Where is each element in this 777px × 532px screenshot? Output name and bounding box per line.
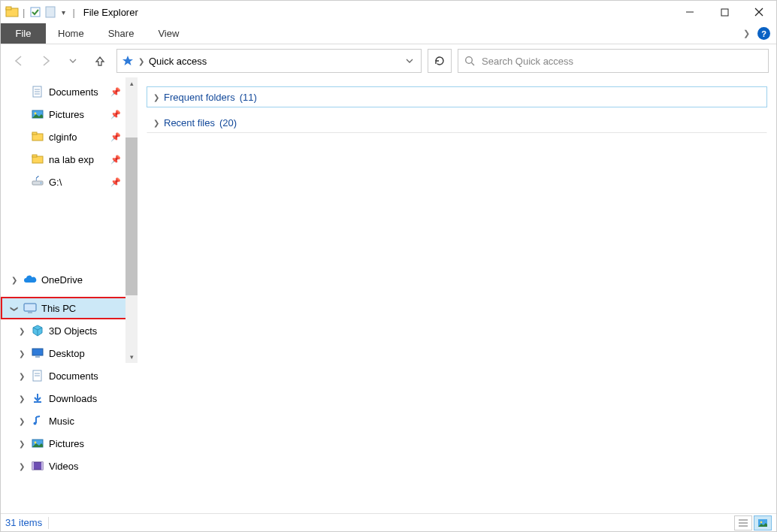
pc-child-node[interactable]: ❯Music [1, 410, 138, 432]
quick-access-item[interactable]: clginfo📌 [1, 125, 138, 148]
expand-icon[interactable]: ❯ [17, 417, 26, 425]
qat-newfolder-icon[interactable] [44, 5, 57, 19]
svg-point-22 [41, 183, 42, 184]
svg-rect-20 [32, 155, 37, 157]
scroll-thumb[interactable] [125, 138, 138, 295]
pictures-icon [31, 437, 44, 450]
tree-label: na lab exp [49, 154, 94, 165]
expand-icon[interactable]: ❯ [17, 394, 26, 403]
address-location[interactable]: Quick access [149, 56, 207, 67]
ribbon-tabs: File Home Share View ❯ ? [1, 23, 776, 44]
pc-child-node[interactable]: ❯Videos [1, 455, 138, 477]
svg-rect-24 [24, 304, 36, 311]
svg-rect-25 [28, 312, 32, 313]
pin-icon: 📌 [110, 132, 121, 142]
frequent-folders-group[interactable]: ❯ Frequent folders (11) [147, 86, 767, 107]
refresh-button[interactable] [428, 49, 452, 73]
separator: | [72, 7, 74, 18]
svg-rect-35 [32, 462, 43, 470]
svg-rect-5 [721, 9, 728, 16]
tree-label: Desktop [49, 348, 85, 359]
forward-button[interactable] [35, 50, 56, 71]
app-icon [5, 5, 19, 19]
group-count: (20) [219, 117, 237, 128]
folder-icon [31, 153, 44, 166]
home-tab[interactable]: Home [46, 23, 96, 44]
pc-child-node[interactable]: ❯Downloads [1, 387, 138, 410]
tree-label: OneDrive [41, 274, 83, 286]
close-button[interactable] [742, 1, 776, 23]
svg-point-34 [35, 442, 37, 444]
title-bar: | ▾ | File Explorer [1, 1, 776, 23]
tree-label: Videos [49, 461, 79, 472]
expand-icon[interactable]: ❯ [17, 440, 26, 448]
pin-icon: 📌 [110, 155, 121, 165]
quick-access-item[interactable]: na lab exp📌 [1, 148, 138, 171]
quick-access-item[interactable]: Documents📌 [1, 80, 138, 103]
tree-label: Pictures [49, 438, 84, 449]
documents-icon [31, 85, 44, 98]
scroll-up-button[interactable]: ▴ [125, 77, 138, 89]
maximize-button[interactable] [707, 1, 742, 23]
videos-icon [31, 459, 44, 473]
address-dropdown[interactable] [403, 57, 416, 65]
recent-files-group[interactable]: ❯ Recent files (20) [147, 112, 767, 133]
pin-icon: 📌 [110, 110, 121, 119]
content-pane: ❯ Frequent folders (11) ❯ Recent files (… [138, 77, 776, 513]
pc-child-node[interactable]: ❯Desktop [1, 342, 138, 364]
expand-icon[interactable]: ❯ [17, 372, 26, 380]
search-input[interactable] [482, 56, 762, 67]
back-button[interactable] [8, 50, 29, 71]
svg-rect-2 [31, 8, 40, 17]
recent-locations-button[interactable] [62, 50, 83, 71]
expand-icon[interactable]: ❯ [10, 276, 19, 284]
pc-child-node[interactable]: ❯Documents [1, 364, 138, 387]
downloads-icon [31, 391, 44, 405]
help-button[interactable]: ? [757, 27, 770, 40]
this-pc-node[interactable]: ❯This PC [1, 297, 138, 319]
minimize-button[interactable] [673, 1, 707, 23]
navigation-bar: ❯ Quick access [1, 44, 776, 77]
tree-label: 3D Objects [49, 325, 97, 337]
pc-child-node[interactable]: ❯Pictures [1, 432, 138, 455]
expand-icon[interactable]: ❯ [17, 462, 26, 470]
chevron-right-icon[interactable]: ❯ [153, 119, 159, 127]
svg-point-16 [35, 113, 37, 115]
tree-label: Music [49, 416, 74, 427]
file-tab[interactable]: File [1, 23, 46, 44]
quick-access-item[interactable]: Pictures📌 [1, 103, 138, 125]
share-tab[interactable]: Share [96, 23, 147, 44]
up-button[interactable] [89, 50, 110, 71]
expand-icon[interactable]: ❯ [17, 349, 26, 358]
tree-label: This PC [41, 303, 76, 314]
ribbon-expand-icon[interactable]: ❯ [743, 29, 750, 38]
window-controls [673, 1, 776, 23]
3d-objects-icon [31, 324, 44, 337]
quick-access-item[interactable]: ?G:\📌 [1, 171, 138, 193]
chevron-right-icon[interactable]: ❯ [153, 93, 159, 101]
details-view-button[interactable] [734, 515, 752, 530]
onedrive-node[interactable]: ❯OneDrive [1, 268, 138, 291]
qat-dropdown[interactable]: ▾ [62, 8, 65, 17]
address-bar[interactable]: ❯ Quick access [116, 49, 422, 73]
view-tab[interactable]: View [146, 23, 191, 44]
tree-label: Documents [49, 86, 98, 98]
drive-icon: ? [31, 175, 44, 189]
tree-label: Downloads [49, 393, 97, 404]
svg-rect-27 [35, 356, 40, 358]
chevron-right-icon[interactable]: ❯ [138, 57, 144, 65]
collapse-icon[interactable]: ❯ [11, 304, 19, 313]
svg-rect-1 [6, 7, 11, 10]
item-count: 31 items [5, 517, 42, 528]
status-bar: 31 items [1, 513, 776, 531]
pc-child-node[interactable]: ❯3D Objects [1, 319, 138, 342]
qat-properties-icon[interactable] [29, 5, 42, 19]
expand-icon[interactable]: ❯ [17, 327, 26, 335]
tree-label: clginfo [49, 131, 77, 143]
search-box[interactable] [458, 49, 769, 73]
group-label: Frequent folders [164, 92, 235, 103]
folder-icon [31, 130, 44, 144]
thumbnails-view-button[interactable] [754, 515, 772, 530]
scroll-down-button[interactable]: ▾ [125, 351, 138, 363]
separator [48, 517, 49, 529]
